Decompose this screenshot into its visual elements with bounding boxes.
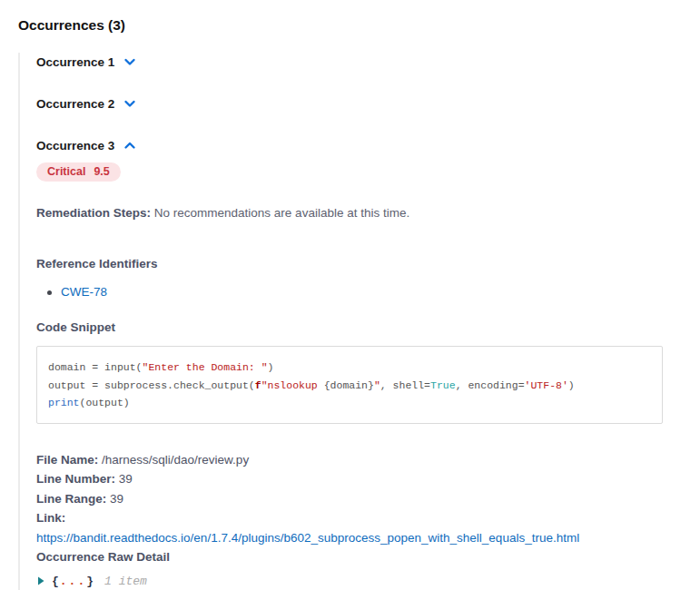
remediation-steps: Remediation Steps: No recommendations ar…	[36, 204, 700, 221]
bandit-doc-link[interactable]: https://bandit.readthedocs.io/en/1.7.4/p…	[36, 531, 579, 545]
raw-detail-json-root: {...} 1 item	[36, 575, 700, 588]
reference-identifiers-list: CWE-78	[36, 284, 700, 300]
occurrence-2-toggle[interactable]: Occurrence 2	[36, 94, 136, 113]
line-range-value: 39	[110, 492, 123, 506]
line-range-row: Line Range: 39	[36, 489, 700, 509]
chevron-down-icon[interactable]	[123, 97, 136, 110]
occurrence-3-toggle[interactable]: Occurrence 3	[36, 136, 136, 154]
list-item: CWE-78	[61, 284, 700, 300]
occurrence-3-label: Occurrence 3	[36, 139, 114, 152]
line-number-label: Line Number:	[36, 472, 115, 486]
json-item-count: 1 item	[104, 575, 147, 588]
chevron-up-icon[interactable]	[123, 139, 136, 152]
occurrence-1-toggle[interactable]: Occurrence 1	[36, 53, 136, 71]
remediation-text: No recommendations are available at this…	[154, 206, 409, 220]
link-label-row: Link:	[36, 508, 700, 528]
code-snippet-heading: Code Snippet	[36, 320, 700, 334]
page-title: Occurrences (3)	[18, 16, 700, 34]
remediation-label: Remediation Steps:	[36, 206, 151, 220]
link-label: Link:	[36, 511, 65, 525]
occurrences-list: Occurrence 1 Occurrence 2 Occurrence 3 C…	[18, 53, 700, 590]
file-name-label: File Name:	[36, 453, 98, 467]
reference-identifiers-heading: Reference Identifiers	[36, 257, 700, 270]
expand-triangle-icon[interactable]	[36, 576, 45, 585]
line-number-value: 39	[119, 472, 133, 486]
json-collapsed-object[interactable]: {...}	[52, 575, 94, 588]
severity-label: Critical	[47, 165, 85, 178]
severity-score: 9.5	[94, 165, 109, 178]
code-line: print(output)	[48, 394, 651, 412]
occurrence-2-label: Occurrence 2	[36, 97, 114, 111]
chevron-down-icon[interactable]	[123, 55, 136, 68]
severity-badge: Critical9.5	[36, 162, 121, 182]
occurrence-meta: File Name: /harness/sqli/dao/review.py L…	[36, 450, 700, 567]
occurrence-raw-detail-heading: Occurrence Raw Detail	[36, 547, 700, 567]
occurrences-panel: Occurrences (3) Occurrence 1 Occurrence …	[0, 0, 700, 590]
code-line: domain = input("Enter the Domain: ")	[48, 359, 651, 377]
line-number-row: Line Number: 39	[36, 469, 700, 489]
occurrence-3-detail: Critical9.5 Remediation Steps: No recomm…	[36, 154, 700, 588]
code-snippet-pre: domain = input("Enter the Domain: ")outp…	[36, 346, 663, 424]
cwe-link[interactable]: CWE-78	[61, 285, 107, 299]
occurrence-1-label: Occurrence 1	[36, 55, 114, 69]
file-name-value: /harness/sqli/dao/review.py	[102, 453, 249, 467]
line-range-label: Line Range:	[36, 492, 106, 506]
file-name-row: File Name: /harness/sqli/dao/review.py	[36, 450, 700, 470]
link-url-row: https://bandit.readthedocs.io/en/1.7.4/p…	[36, 528, 700, 548]
code-line: output = subprocess.check_output(f"nsloo…	[48, 377, 651, 395]
